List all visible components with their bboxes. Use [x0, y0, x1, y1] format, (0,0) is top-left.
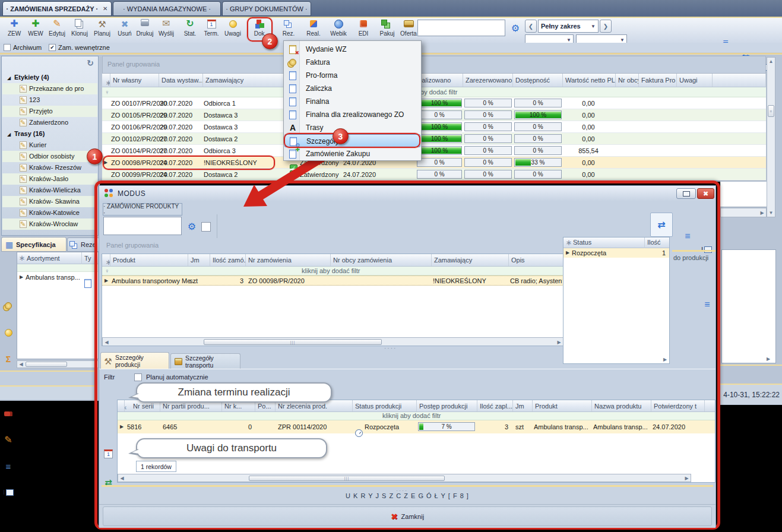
scroll-left-icon[interactable]: ◀	[18, 362, 24, 367]
grid-row-3[interactable]: ZO 00106/PR/202029.07.2020Dostawca 3100 …	[102, 121, 766, 133]
grid-vscrollbar[interactable]: ▲≡▼	[767, 57, 775, 217]
sidebar-item[interactable]: Kraków- Rzeszów	[2, 162, 97, 173]
toolbar-button-webik[interactable]: Webik	[328, 18, 349, 41]
sidebar-item[interactable]: Kraków- Skawina	[2, 196, 97, 207]
toolbar-button-term[interactable]: Term.	[201, 18, 222, 41]
scroll-right-icon[interactable]: ▶	[759, 210, 765, 216]
scroll-thumb[interactable]: |||	[204, 339, 382, 345]
window-tab-2[interactable]: · WYDANIA MAGAZYNOWE ·	[113, 1, 221, 16]
refresh-gray-icon[interactable]	[85, 58, 96, 68]
menu-item-pro-forma[interactable]: Pro-forma	[284, 69, 420, 82]
toolbar-search-input[interactable]	[417, 20, 505, 36]
asortyment-hscrollbar[interactable]: ◀	[17, 360, 99, 368]
pencil-icon[interactable]	[3, 435, 14, 445]
sidebar-item[interactable]: Kraków-Jasło	[2, 173, 97, 185]
sigma-icon[interactable]	[3, 354, 14, 365]
sidebar-group-1[interactable]: Etykiety (4)	[2, 72, 97, 83]
sidebar-item[interactable]: Kraków-Wrocław	[2, 218, 97, 230]
toolbar-button-usu[interactable]: Usuń	[114, 18, 135, 41]
toolbar-button-zew[interactable]: ZEW	[4, 18, 25, 41]
toolbar-button-edytuj[interactable]: Edytuj	[46, 18, 68, 41]
toolbar-button-edi[interactable]: EDI	[353, 18, 374, 41]
range-next-button[interactable]: ❯	[600, 20, 612, 33]
select-window-icon[interactable]	[3, 487, 14, 498]
toolbar-button-rez[interactable]: Rez.	[278, 18, 299, 41]
tab-szczegoly-produkcji[interactable]: Szczegóły produkcji	[100, 352, 169, 369]
status-panel-scroll-arrow[interactable]: ▶	[662, 356, 668, 362]
menu-item-zaliczka[interactable]: Zaliczka	[284, 82, 420, 95]
menu-item-finalna[interactable]: Finalna	[284, 95, 420, 108]
grid-row-5[interactable]: ZO 00104/PR/202027.07.2020Odbiorca 3100 …	[102, 145, 766, 157]
toolbar-button-pakuj[interactable]: Pakuj	[376, 18, 398, 41]
truck-icon[interactable]	[3, 408, 14, 419]
coins-icon[interactable]	[3, 300, 14, 311]
grid-hscroll-right[interactable]: ▶	[720, 208, 767, 217]
toolbar-button-wew[interactable]: WEW	[25, 18, 46, 41]
scroll-up-icon[interactable]: ▲	[768, 58, 774, 65]
menu-item-finalna-dla-zrealizowanego-zo[interactable]: Finalna dla zrealizowanego ZO	[284, 108, 420, 121]
grid-row-2[interactable]: ZO 00105/PR/202029.07.2020Dostawca 30 %0…	[102, 109, 766, 121]
bulb-icon[interactable]	[3, 327, 14, 338]
list-icon[interactable]	[681, 230, 694, 243]
select-window-icon[interactable]	[699, 244, 714, 255]
dialog-refresh-button[interactable]	[650, 213, 673, 237]
grid-row-7[interactable]: ZO 00099/PR/202024.07.2020Dostawca 2Zatw…	[102, 169, 766, 180]
sidebar-item[interactable]: Kraków-Wieliczka	[2, 185, 97, 196]
toolbar-button-klonuj[interactable]: Klonuj	[69, 18, 90, 41]
close-dialog-button[interactable]: Zamknij	[401, 513, 425, 520]
range-prev-button[interactable]: ❮	[525, 20, 537, 33]
auto-plan-checkbox[interactable]	[134, 373, 142, 381]
menu-item-trasy[interactable]: Trasy	[284, 121, 420, 134]
scroll-thumb[interactable]	[26, 362, 67, 367]
toolbar-button-stat[interactable]: Stat.	[179, 18, 201, 41]
tab-szczegoly-transportu[interactable]: Szczegóły transportu	[170, 353, 240, 369]
hide-details-bar[interactable]: ····U K R Y J S Z C Z E G Ó Ł Y [ F 8 ]	[99, 487, 715, 505]
window-tab-3[interactable]: · GRUPY DOKUMENTÓW ·	[222, 1, 311, 16]
products-hscrollbar[interactable]: ◀|||▶	[102, 337, 563, 346]
sidebar-item[interactable]: Zatwierdzono	[2, 117, 97, 128]
window-tab-1[interactable]: · ZAMÓWIENIA SPRZEDAŻY ·✕	[2, 1, 112, 16]
scroll-left-icon[interactable]: ◀	[103, 339, 110, 345]
production-row[interactable]: 581664650ZPR 00114/2020Rozpoczęta7 %3szt…	[118, 420, 715, 433]
production-hscrollbar[interactable]: ◀|||▶	[118, 474, 691, 482]
scroll-thumb[interactable]: |||	[249, 476, 445, 481]
dialog-checkbox[interactable]	[201, 222, 211, 232]
layers-icon[interactable]	[3, 461, 14, 471]
sidebar-item[interactable]: Odbior osobisty	[2, 151, 97, 162]
grid-row-1[interactable]: ZO 00107/PR/202030.07.2020Odbiorca 1100 …	[102, 97, 766, 109]
scroll-right-icon[interactable]: ▶	[683, 476, 690, 481]
scroll-thumb[interactable]: ≡	[768, 105, 774, 117]
asortyment-row[interactable]: Ambulans transp...	[17, 272, 99, 283]
sidebar-item[interactable]: Przyjęto	[2, 106, 97, 117]
sidebar-group-2[interactable]: Trasy (16)	[2, 128, 97, 140]
scroll-down-icon[interactable]: ▼	[768, 210, 774, 216]
menu-item-faktura[interactable]: Faktura	[284, 56, 420, 69]
menu-item-zam-wienie-zakupu[interactable]: Zamówienie Zakupu	[284, 147, 420, 160]
close-button[interactable]: ✖	[697, 188, 714, 199]
sidebar-item[interactable]: Kraków-Katowice	[2, 207, 97, 218]
tab-zamowione-produkty[interactable]: · ZAMÓWIONE PRODUKTY ·	[103, 203, 182, 216]
sidebar-item[interactable]: Kurier	[2, 140, 97, 151]
range-selector[interactable]: Pełny zakres▼	[538, 20, 599, 33]
toolbar-button-oferta[interactable]: Oferta	[398, 18, 419, 41]
scroll-right-icon[interactable]: ▶	[556, 339, 562, 345]
toolbar-button-drukuj[interactable]: Drukuj	[134, 18, 156, 41]
toolbar-button-wylij[interactable]: Wyślij	[156, 18, 177, 41]
toolbar-button-real[interactable]: Real.	[303, 18, 324, 41]
scroll-left-icon[interactable]: ◀	[119, 476, 125, 481]
products-row[interactable]: Ambulans transportowy Me...szt3ZO 00098/…	[102, 276, 563, 286]
tab-specyfikacja[interactable]: Specyfikacja	[1, 237, 67, 252]
dialog-search-input[interactable]	[103, 217, 182, 235]
status-panel-row[interactable]: Rozpoczęta1	[563, 248, 669, 258]
sidebar-item[interactable]: 123	[2, 94, 97, 106]
calendar-icon[interactable]	[103, 448, 114, 459]
sidebar-item[interactable]: Przekazane do pro	[2, 83, 97, 94]
grid-row-4[interactable]: ZO 00102/PR/202027.07.2020Dostawca 2100 …	[102, 133, 766, 145]
toolbar-button-planuj[interactable]: Planuj	[91, 18, 113, 41]
toolbar-button-uwagi[interactable]: Uwagi	[222, 18, 243, 41]
zam-wewnetrzne-checkbox[interactable]: ✔	[49, 44, 56, 51]
close-tab-icon[interactable]: ✕	[103, 5, 107, 12]
archiwum-checkbox[interactable]	[4, 44, 11, 51]
menu-item-wydanie-wz[interactable]: Wydanie WZ	[284, 43, 420, 56]
restore-button[interactable]	[676, 188, 696, 199]
